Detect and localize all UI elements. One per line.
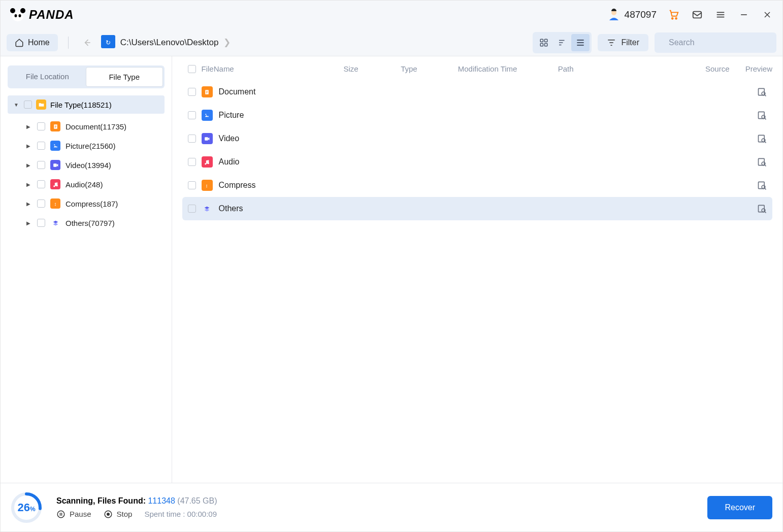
doc-icon (202, 86, 213, 97)
header-source[interactable]: Source (682, 64, 730, 73)
progress-ring: 26% (11, 492, 42, 523)
svg-point-43 (205, 114, 206, 115)
tree-item-label: Document(11735) (66, 122, 126, 131)
user-badge[interactable]: 487097 (607, 8, 657, 21)
checkbox[interactable] (37, 122, 45, 130)
checkbox[interactable] (188, 88, 196, 96)
expander-icon[interactable]: ▶ (25, 124, 32, 129)
search-box[interactable] (655, 32, 776, 53)
file-name: Document (219, 87, 256, 96)
checkbox[interactable] (188, 111, 196, 119)
spent-time: Spent time : 00:00:09 (144, 510, 217, 518)
preview-button[interactable] (729, 134, 772, 144)
svg-rect-16 (541, 39, 543, 42)
expander-icon[interactable]: ▶ (25, 182, 32, 187)
header-size[interactable]: Size (344, 64, 401, 73)
oth-icon (50, 218, 60, 228)
tree-item-pic[interactable]: ▶Picture(21560) (8, 136, 165, 155)
tree-item-doc[interactable]: ▶Document(11735) (8, 117, 165, 136)
tree-item-aud[interactable]: ▶Audio(248) (8, 175, 165, 194)
expander-icon[interactable]: ▶ (25, 201, 32, 207)
tree-item-oth[interactable]: ▶Others(70797) (8, 213, 165, 232)
svg-rect-19 (545, 43, 547, 46)
tab-file-location[interactable]: File Location (9, 67, 86, 87)
file-name: Picture (219, 111, 244, 120)
svg-point-3 (15, 14, 17, 17)
svg-point-2 (12, 12, 23, 21)
checkbox[interactable] (37, 180, 45, 188)
header-mtime[interactable]: Modification Time (458, 64, 558, 73)
select-all-checkbox[interactable] (188, 65, 196, 73)
pause-button[interactable]: Pause (56, 510, 91, 519)
checkbox[interactable] (37, 142, 45, 150)
file-row[interactable]: Picture (182, 104, 772, 127)
file-row[interactable]: Video (182, 127, 772, 150)
expander-icon[interactable]: ▶ (25, 162, 32, 168)
stop-label: Stop (117, 510, 133, 518)
filter-label: Filter (621, 38, 639, 47)
app-name: PANDA (29, 8, 74, 22)
checkbox[interactable] (188, 158, 196, 166)
view-mode-group (533, 32, 592, 53)
svg-rect-33 (53, 163, 57, 167)
preview-button[interactable] (729, 180, 772, 190)
file-row[interactable]: Audio (182, 150, 772, 174)
header-type[interactable]: Type (401, 64, 458, 73)
scan-status-label: Scanning, Files Found: (56, 496, 146, 505)
detail-view-button[interactable] (553, 34, 571, 51)
checkbox[interactable] (24, 101, 32, 109)
tree-item-label: Others(70797) (66, 219, 115, 227)
close-icon[interactable] (761, 9, 773, 21)
file-row[interactable]: Document (182, 80, 772, 104)
header-preview[interactable]: Preview (730, 64, 772, 73)
home-button[interactable]: Home (7, 34, 58, 51)
cart-icon[interactable] (668, 9, 680, 21)
tree-item-vid[interactable]: ▶Video(13994) (8, 155, 165, 175)
svg-rect-47 (205, 137, 208, 141)
mail-icon[interactable] (691, 9, 703, 21)
minimize-icon[interactable] (738, 9, 750, 21)
checkbox[interactable] (37, 161, 45, 169)
svg-point-52 (208, 162, 209, 164)
grid-view-button[interactable] (535, 34, 553, 51)
zip-icon (202, 180, 213, 191)
preview-button[interactable] (729, 204, 772, 214)
home-label: Home (28, 38, 50, 47)
preview-button[interactable] (729, 157, 772, 167)
file-row[interactable]: Compress (182, 174, 772, 197)
tree-root[interactable]: ▼ File Type(118521) (8, 95, 165, 114)
preview-button[interactable] (729, 110, 772, 120)
svg-point-7 (675, 18, 677, 19)
expander-icon[interactable]: ▶ (25, 143, 32, 149)
checkbox[interactable] (37, 200, 45, 208)
svg-point-68 (107, 513, 109, 515)
checkbox[interactable] (37, 219, 45, 227)
menu-icon[interactable] (714, 9, 727, 21)
pic-icon (50, 141, 60, 151)
file-row[interactable]: Others (182, 197, 772, 220)
checkbox[interactable] (188, 181, 196, 189)
header-filename[interactable]: FileName (202, 64, 344, 73)
stop-button[interactable]: Stop (104, 510, 133, 519)
svg-point-6 (672, 18, 673, 19)
checkbox[interactable] (188, 205, 196, 213)
breadcrumb[interactable]: C:\Users\Lenovo\Desktop ❯ (101, 37, 231, 48)
vid-icon (50, 160, 60, 170)
zip-icon (50, 198, 60, 209)
header-path[interactable]: Path (558, 64, 682, 73)
list-view-button[interactable] (571, 34, 590, 51)
sidebar-tabs: File Location File Type (8, 65, 165, 88)
expander-icon[interactable]: ▼ (13, 102, 20, 108)
tree-item-zip[interactable]: ▶Compress(187) (8, 194, 165, 213)
svg-line-55 (765, 165, 766, 167)
expander-icon[interactable]: ▶ (25, 220, 32, 226)
tree-item-label: Video(13994) (66, 161, 111, 170)
checkbox[interactable] (188, 135, 196, 143)
search-input[interactable] (669, 38, 770, 47)
recover-button[interactable]: Recover (707, 496, 772, 519)
back-button[interactable] (79, 35, 95, 51)
tab-file-type[interactable]: File Type (86, 67, 164, 87)
filter-button[interactable]: Filter (598, 34, 648, 51)
preview-button[interactable] (729, 87, 772, 97)
svg-rect-8 (693, 12, 702, 18)
